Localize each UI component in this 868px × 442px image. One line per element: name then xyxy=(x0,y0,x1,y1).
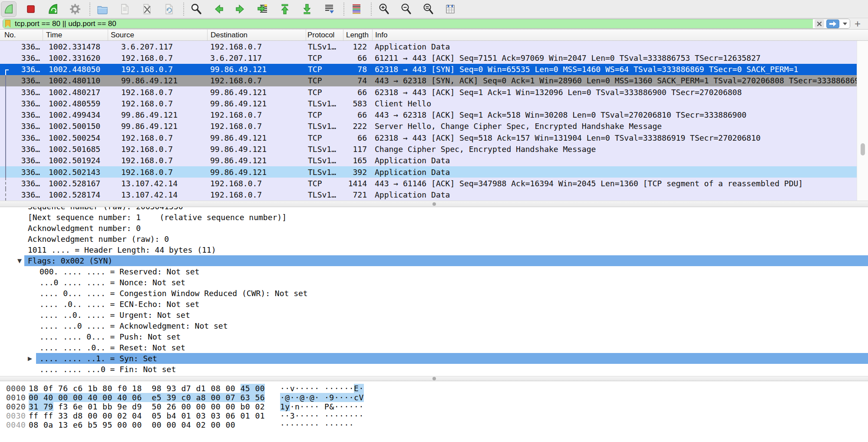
hex-row[interactable]: 000018 0f 76 c6 1b 80 f0 18 98 93 d7 d1 … xyxy=(0,384,868,393)
column-header-time[interactable]: Time xyxy=(43,30,108,40)
detail-line[interactable]: .... .... 0... = Push: Not set xyxy=(0,331,868,342)
start-capture-icon[interactable] xyxy=(1,1,17,17)
packet-row[interactable]: 336…1002.502143192.168.0.799.86.49.121TL… xyxy=(0,166,857,178)
hex-ascii[interactable]: ··v····· ······E· xyxy=(280,384,364,393)
detail-line[interactable]: .... ..0. .... = Urgent: Not set xyxy=(0,310,868,320)
packet-row[interactable]: 336…1002.480559192.168.0.799.86.49.121TL… xyxy=(0,98,857,109)
go-back-icon[interactable] xyxy=(212,3,224,15)
cell-pro: TLSv1… xyxy=(306,145,343,154)
filter-add-button[interactable]: + xyxy=(855,20,861,28)
packet-row[interactable]: 336…1002.501924192.168.0.799.86.49.121TL… xyxy=(0,155,857,166)
stop-capture-icon[interactable] xyxy=(25,3,37,15)
go-first-icon[interactable] xyxy=(279,3,291,15)
cell-len: 392 xyxy=(343,168,373,177)
detail-line[interactable]: 1011 .... = Header Length: 44 bytes (11) xyxy=(0,244,868,255)
packet-row[interactable]: 336…1002.448050192.168.0.799.86.49.121TC… xyxy=(0,64,857,75)
filter-input-area[interactable]: tcp.port == 80 || udp.port == 80 xyxy=(3,19,813,28)
detail-line[interactable]: .... .... ...0 = Fin: Not set xyxy=(0,364,868,375)
packet-row[interactable]: 336…1002.500254192.168.0.799.86.49.121TC… xyxy=(0,132,857,143)
detail-line[interactable]: Sequence number (raw): 2005041550 xyxy=(0,207,868,212)
cell-time: 1002.501685 xyxy=(43,145,108,154)
hex-bytes[interactable]: ff ff 33 d8 00 00 02 04 05 b4 01 03 03 0… xyxy=(29,411,265,420)
cell-pro: TLSv1… xyxy=(306,42,343,51)
detail-line[interactable]: ...0 .... .... = Nonce: Not set xyxy=(0,277,868,288)
packet-row[interactable]: 336…1002.501685192.168.0.799.86.49.121TL… xyxy=(0,143,857,155)
detail-line[interactable]: .... .... .0.. = Reset: Not set xyxy=(0,342,868,353)
colorize-icon[interactable] xyxy=(350,3,363,15)
zoom-reset-icon[interactable] xyxy=(422,3,434,15)
detail-line[interactable]: ▶.... .... ..1. = Syn: Set xyxy=(0,353,868,364)
expanded-arrow-icon[interactable]: ▼ xyxy=(17,255,22,266)
detail-line[interactable]: Acknowledgment number: 0 xyxy=(0,223,868,234)
restart-capture-icon[interactable] xyxy=(47,3,59,15)
cell-pro: TLSv1… xyxy=(306,168,343,177)
save-file-icon[interactable] xyxy=(119,3,131,15)
hex-bytes[interactable]: 31 79 f3 6e 01 bb 9e d9 50 26 00 00 00 0… xyxy=(29,402,265,411)
reload-file-icon[interactable] xyxy=(163,3,175,15)
capture-options-icon[interactable] xyxy=(69,3,81,15)
detail-text: Sequence number (raw): 2005041550 xyxy=(28,207,183,211)
hex-bytes[interactable]: 08 0a 13 e6 b5 95 00 00 00 00 04 02 00 0… xyxy=(29,420,235,429)
zoom-out-icon[interactable] xyxy=(400,3,412,15)
filter-clear-button[interactable] xyxy=(815,20,824,28)
close-file-icon[interactable] xyxy=(141,3,153,15)
packet-row[interactable]: 336…1002.49943499.86.49.121192.168.0.7TC… xyxy=(0,109,857,121)
hex-row[interactable]: 001000 40 00 00 40 00 40 06 e5 39 c0 a8 … xyxy=(0,393,868,402)
column-header-len[interactable]: Length xyxy=(343,30,373,40)
packet-row[interactable]: 336…1002.52816713.107.42.14192.168.0.7TC… xyxy=(0,178,857,189)
hex-row[interactable]: 004008 0a 13 e6 b5 95 00 00 00 00 04 02 … xyxy=(0,420,868,429)
auto-scroll-icon[interactable] xyxy=(323,3,335,15)
go-last-icon[interactable] xyxy=(301,3,313,15)
go-forward-icon[interactable] xyxy=(234,3,247,15)
resize-columns-icon[interactable] xyxy=(444,3,456,15)
hex-bytes[interactable]: 18 0f 76 c6 1b 80 f0 18 98 93 d7 d1 08 0… xyxy=(29,384,265,393)
cell-inf: Server Hello, Change Cipher Spec, Encryp… xyxy=(373,122,857,131)
detail-line[interactable]: [Next sequence number: 1 (relative seque… xyxy=(0,212,868,223)
detail-line[interactable]: .... ...0 .... = Acknowledgment: Not set xyxy=(0,320,868,331)
go-to-packet-icon[interactable] xyxy=(257,3,269,15)
scrollbar-thumb[interactable] xyxy=(861,143,865,155)
hex-row[interactable]: 0030ff ff 33 d8 00 00 02 04 05 b4 01 03 … xyxy=(0,411,868,420)
filter-apply-button[interactable] xyxy=(826,20,839,28)
zoom-in-icon[interactable] xyxy=(378,3,390,15)
column-header-inf[interactable]: Info xyxy=(373,30,868,40)
splitter-details-hex[interactable] xyxy=(0,376,868,381)
display-filter-input[interactable]: tcp.port == 80 || udp.port == 80 xyxy=(15,20,116,28)
detail-line[interactable]: Acknowledgment number (raw): 0 xyxy=(0,234,868,244)
detail-line[interactable]: ▼Flags: 0x002 (SYN) xyxy=(0,255,868,266)
packet-row[interactable]: 336…1002.50015099.86.49.121192.168.0.7TL… xyxy=(0,121,857,132)
column-header-no[interactable]: No. xyxy=(0,30,43,40)
hex-ascii[interactable]: ········ ······ xyxy=(280,420,354,429)
detail-text: Acknowledgment number (raw): 0 xyxy=(28,234,169,244)
collapsed-arrow-icon[interactable]: ▶ xyxy=(28,353,32,364)
column-header-src[interactable]: Source xyxy=(108,30,208,40)
display-filter-field[interactable]: tcp.port == 80 || udp.port == 80 xyxy=(3,19,850,29)
filter-bookmark-icon[interactable] xyxy=(5,20,10,27)
packet-row[interactable]: 336…1002.480217192.168.0.799.86.49.121TC… xyxy=(0,86,857,98)
cell-inf: 443 → 62318 [SYN, ACK] Seq=0 Ack=1 Win=2… xyxy=(373,76,857,85)
hex-row[interactable]: 002031 79 f3 6e 01 bb 9e d9 50 26 00 00 … xyxy=(0,402,868,411)
packet-row[interactable]: 336…1002.3314783.6.207.117192.168.0.7TLS… xyxy=(0,41,857,52)
detail-line[interactable]: .... 0... .... = Congestion Window Reduc… xyxy=(0,288,868,299)
find-packet-icon[interactable] xyxy=(190,3,202,15)
hex-ascii[interactable]: ··3····· ········ xyxy=(280,411,364,420)
column-header-pro[interactable]: Protocol xyxy=(306,30,343,40)
cell-inf: 443 → 61146 [ACK] Seq=347988 Ack=16394 W… xyxy=(373,179,857,188)
filter-dropdown-caret[interactable] xyxy=(843,23,847,25)
cell-len: 721 xyxy=(343,190,373,199)
hex-ascii[interactable]: ·@··@·@· ·9····cV xyxy=(280,393,364,402)
cell-pro: TLSv1… xyxy=(306,156,343,165)
packet-list-scrollbar[interactable] xyxy=(857,41,868,201)
open-file-icon[interactable] xyxy=(96,3,109,15)
hex-ascii[interactable]: 1y·n···· P&······ xyxy=(280,402,364,411)
cell-no: 336… xyxy=(0,65,43,74)
packet-row[interactable]: 336…1002.48011099.86.49.121192.168.0.7TC… xyxy=(0,75,857,86)
column-header-dst[interactable]: Destination xyxy=(208,30,306,40)
main-toolbar xyxy=(0,0,868,18)
packet-row[interactable]: 336…1002.52817413.107.42.14192.168.0.7TL… xyxy=(0,189,857,200)
packet-row[interactable]: 336…1002.331620192.168.0.73.6.207.117TCP… xyxy=(0,52,857,63)
hex-bytes[interactable]: 00 40 00 00 40 00 40 06 e5 39 c0 a8 00 0… xyxy=(29,393,265,402)
splitter-list-details[interactable] xyxy=(0,201,868,207)
detail-line[interactable]: 000. .... .... = Reserved: Not set xyxy=(0,266,868,277)
detail-line[interactable]: .... .0.. .... = ECN-Echo: Not set xyxy=(0,299,868,310)
